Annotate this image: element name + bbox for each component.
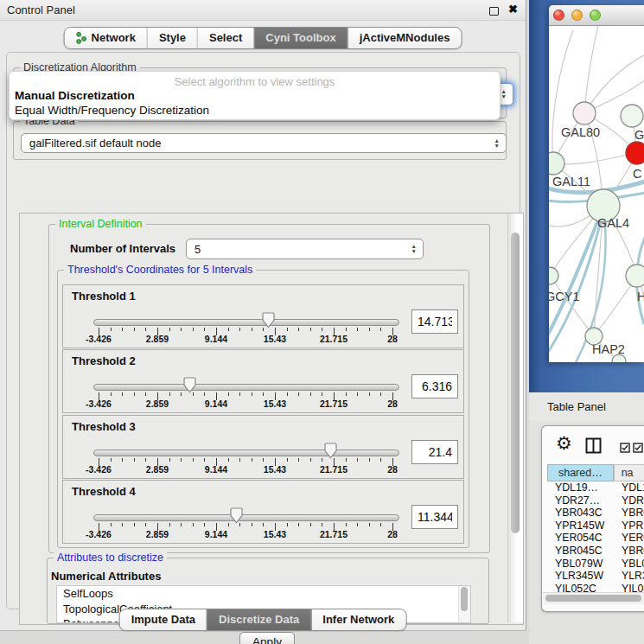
- table-hscrollbar-thumb[interactable]: [545, 595, 641, 602]
- tab-label: Cyni Toolbox: [265, 31, 335, 44]
- tab-cyni-toolbox[interactable]: Cyni Toolbox: [253, 28, 347, 48]
- table-row[interactable]: YDL19…YDL19: [547, 481, 644, 494]
- numerical-attributes-label: Numerical Attributes: [51, 570, 161, 583]
- attributes-group-title: Attributes to discretize: [54, 552, 167, 564]
- threshold-panel: Threshold 3-3.4262.8599.14415.4321.71528: [62, 415, 464, 479]
- table-column-header[interactable]: na: [614, 464, 644, 481]
- list-scrollbar[interactable]: [458, 586, 470, 622]
- threshold-label: Threshold 2: [72, 354, 136, 367]
- threshold-label: Threshold 4: [72, 485, 136, 498]
- slider-tick-labels: -3.4262.8599.14415.4321.71528: [99, 529, 392, 539]
- tab-network[interactable]: Network: [65, 28, 147, 48]
- table-cell: YBR043C: [614, 507, 644, 520]
- table-row[interactable]: YBR045CYBR045C: [547, 545, 644, 558]
- control-panel-window: Control Panel ✖ NetworkStyleSelectCyni T…: [0, 0, 526, 631]
- control-panel-tabbar: NetworkStyleSelectCyni ToolboxjActiveMNo…: [64, 27, 462, 49]
- table-row[interactable]: YPR145WYPR145W: [547, 520, 644, 532]
- node-label: GAL4: [597, 216, 629, 230]
- table-row[interactable]: YLR345WYLR345W: [547, 570, 644, 583]
- interval-definition-groupbox: Interval Definition Number of Intervals …: [48, 224, 490, 553]
- network-node-red-node[interactable]: [626, 142, 644, 164]
- network-node-h[interactable]: [626, 265, 644, 287]
- network-edge[interactable]: [584, 26, 599, 113]
- list-scrollbar-thumb[interactable]: [461, 587, 468, 611]
- thresholds-group-title: Threshold's Coordinates for 5 Intervals: [64, 264, 256, 276]
- checkbox-icon[interactable]: [633, 443, 643, 453]
- table-cell: YBL079W: [547, 558, 614, 571]
- network-node-gal80[interactable]: [573, 102, 596, 124]
- threshold-value-field[interactable]: [411, 440, 458, 464]
- table-cell: YER054C: [614, 532, 644, 545]
- table-cell: YBR043C: [547, 507, 614, 520]
- tab-jactivemnodules[interactable]: jActiveMNodules: [348, 28, 462, 48]
- bottom-tab-infer-network[interactable]: Infer Network: [310, 609, 405, 630]
- tab-label: Style: [159, 31, 186, 44]
- table-row[interactable]: YER054CYER054C: [547, 532, 644, 545]
- apply-button[interactable]: Apply: [239, 632, 295, 644]
- threshold-panel: Threshold 1-3.4262.8599.14415.4321.71528: [62, 284, 464, 348]
- network-canvas[interactable]: GAL80GACGAL11GAL4GCY1HHAP2: [549, 26, 644, 362]
- slider-tick-labels: -3.4262.8599.14415.4321.71528: [99, 464, 392, 475]
- slider-track[interactable]: [93, 514, 399, 521]
- checkbox-icon[interactable]: [620, 443, 630, 453]
- panel-scrollbar-thumb[interactable]: [511, 233, 520, 533]
- slider-tick-labels: -3.4262.8599.14415.4321.71528: [99, 399, 392, 409]
- tab-label: Network: [92, 31, 136, 44]
- attribute-list-item[interactable]: SelfLoops: [57, 586, 470, 602]
- table-horizontal-scrollbar[interactable]: [543, 592, 644, 604]
- node-attribute-table: shared…na YDL19…YDL19YDR27…YDR27YBR043CY…: [547, 464, 644, 595]
- combo-stepper-icon: ▲▼: [501, 89, 507, 99]
- cyni-toolbox-panel: Discretization Algorithm ▲▼ Table Data g…: [6, 52, 520, 609]
- tab-label: Select: [209, 31, 242, 44]
- table-row[interactable]: YDR27…YDR27: [547, 494, 644, 507]
- network-node-gcy1[interactable]: [549, 267, 558, 284]
- table-cell: YLR345W: [614, 570, 644, 583]
- table-panel-window: ⚙ shared…na YDL19…YDL19YDR27…YDR27YBR043…: [541, 425, 644, 612]
- algorithm-option-manual[interactable]: Manual Discretization: [14, 89, 495, 102]
- number-of-intervals-combobox[interactable]: 5 ▲▼: [186, 239, 424, 259]
- slider-track[interactable]: [93, 384, 399, 391]
- table-cell: YDL19: [614, 481, 644, 494]
- number-of-intervals-label: Number of Intervals: [70, 242, 175, 255]
- table-data-combobox[interactable]: galFiltered.sif default node ▲▼: [21, 133, 507, 153]
- network-edge[interactable]: [552, 30, 573, 163]
- mac-zoom-button[interactable]: [590, 10, 601, 21]
- float-window-icon[interactable]: [489, 7, 499, 16]
- bottom-tab-impute-data[interactable]: Impute Data: [120, 609, 207, 630]
- algorithm-dropdown-popup: Select algorithm to view settings Manual…: [9, 71, 501, 120]
- table-panel-title: Table Panel: [547, 400, 606, 413]
- table-row[interactable]: YBL079WYBL079W: [547, 558, 644, 571]
- node-label: HAP2: [592, 342, 625, 356]
- threshold-value-field[interactable]: [411, 505, 458, 529]
- threshold-label: Threshold 1: [72, 290, 136, 303]
- gear-icon[interactable]: ⚙: [556, 433, 572, 454]
- network-node-ga[interactable]: [621, 105, 643, 127]
- bottom-tab-discretize-data[interactable]: Discretize Data: [207, 609, 310, 630]
- threshold-value-field[interactable]: [411, 309, 458, 334]
- mac-minimize-button[interactable]: [571, 10, 583, 21]
- mac-close-button[interactable]: [553, 10, 564, 21]
- table-cell: YBR045C: [614, 545, 644, 558]
- tab-label: Impute Data: [131, 613, 195, 626]
- table-row[interactable]: YBR043CYBR043C: [547, 507, 644, 520]
- panel-vertical-scrollbar[interactable]: [507, 214, 523, 622]
- network-edge[interactable]: [553, 153, 637, 164]
- slider-track[interactable]: [93, 319, 399, 326]
- node-label: C: [633, 167, 641, 181]
- tab-label: jActiveMNodules: [360, 31, 450, 44]
- tab-select[interactable]: Select: [197, 28, 253, 48]
- table-cell: YBR045C: [547, 545, 614, 558]
- split-view-icon[interactable]: [585, 437, 602, 454]
- threshold-panel: Threshold 2-3.4262.8599.14415.4321.71528: [62, 349, 464, 413]
- close-icon[interactable]: ✖: [508, 3, 518, 16]
- slider-tick-labels: -3.4262.8599.14415.4321.71528: [99, 334, 392, 344]
- slider-track[interactable]: [93, 450, 399, 456]
- algorithm-option-equal-width[interactable]: Equal Width/Frequency Discretization: [14, 104, 495, 117]
- control-panel-titlebar: Control Panel ✖: [0, 0, 526, 21]
- table-column-header[interactable]: shared…: [547, 464, 614, 481]
- window-title: Control Panel: [7, 3, 75, 16]
- tab-style[interactable]: Style: [147, 28, 197, 48]
- node-label: GA: [634, 128, 644, 142]
- threshold-value-field[interactable]: [411, 374, 458, 399]
- network-edge[interactable]: [584, 52, 644, 113]
